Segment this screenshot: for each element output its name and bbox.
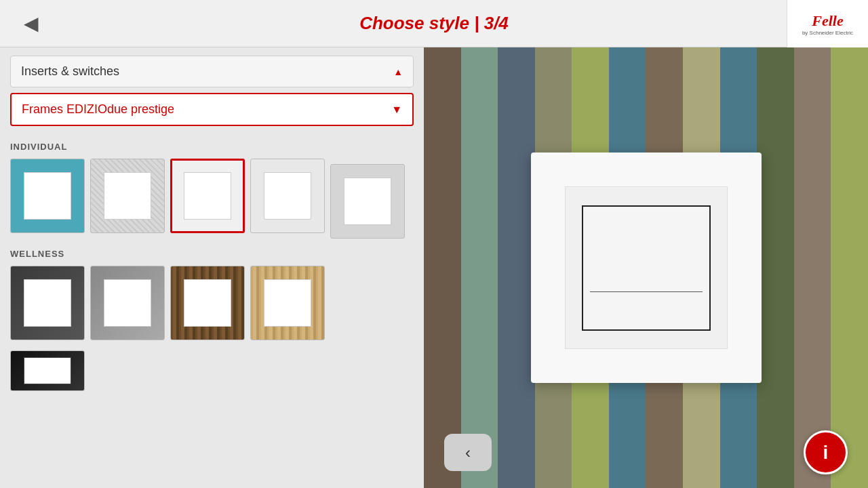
tile-dark-stone[interactable] [10, 266, 85, 340]
style-scroll-area[interactable]: INDIVIDUAL WELLNESS [0, 131, 424, 488]
tile-light-gray-inner [344, 178, 391, 225]
info-icon: i [823, 442, 829, 464]
dropdown-secondary-arrow-icon: ▼ [391, 104, 402, 116]
page-title: Choose style | 3/4 [359, 13, 509, 34]
bottom-controls: ‹ i [424, 430, 868, 474]
tile-dark-stone-inner [24, 279, 71, 327]
individual-tiles-row [10, 159, 414, 239]
brand-logo: Felle by Schneider Electric [787, 0, 868, 47]
wallpaper-stripe [794, 47, 831, 488]
main-content: Inserts & switches ▲ Frames EDIZIOdue pr… [0, 47, 868, 488]
tile-white-plain-inner [264, 172, 311, 220]
switch-preview [531, 152, 762, 383]
tile-silver-inner [104, 172, 151, 220]
tile-wood-dark[interactable] [170, 266, 245, 340]
inserts-switches-dropdown[interactable]: Inserts & switches ▲ [10, 56, 414, 87]
dropdown-primary-label: Inserts & switches [21, 64, 119, 79]
tile-white-inner [184, 172, 231, 220]
tile-wood-dark-inner [184, 279, 231, 327]
logo-text: Felle [812, 12, 843, 30]
tile-gray-metal-inner [104, 279, 151, 327]
tile-white-selected[interactable] [170, 159, 245, 233]
tile-silver-pattern[interactable] [90, 159, 165, 233]
tile-wood-light-inner [264, 279, 311, 327]
dropdown-container: Inserts & switches ▲ Frames EDIZIOdue pr… [0, 47, 424, 131]
prev-button[interactable]: ◀ [14, 9, 49, 38]
dropdown-secondary-label: Frames EDIZIOdue prestige [22, 102, 174, 117]
switch-inner-frame [565, 186, 728, 349]
individual-section-label: INDIVIDUAL [10, 142, 414, 152]
header: ◀ Choose style | 3/4 ▶ Felle by Schneide… [0, 0, 868, 47]
info-button[interactable]: i [804, 430, 848, 474]
back-button[interactable]: ‹ [444, 434, 492, 471]
tile-black-gloss[interactable] [10, 350, 85, 391]
wallpaper-stripe [498, 47, 535, 488]
frames-edizio-dropdown[interactable]: Frames EDIZIOdue prestige ▼ [10, 93, 414, 126]
wellness-tiles-row [10, 266, 414, 340]
tile-gray-metal[interactable] [90, 266, 165, 340]
wallpaper-stripe [461, 47, 498, 488]
wellness-section-label: WELLNESS [10, 249, 414, 259]
tile-black-gloss-inner [24, 357, 71, 384]
left-panel: Inserts & switches ▲ Frames EDIZIOdue pr… [0, 47, 424, 488]
wallpaper-stripe [831, 47, 868, 488]
switch-button [582, 205, 711, 331]
back-icon: ‹ [465, 443, 471, 462]
tile-wood-light[interactable] [250, 266, 325, 340]
logo-subtext: by Schneider Electric [802, 30, 853, 36]
tile-teal-inner [24, 172, 71, 220]
wallpaper-stripe [757, 47, 794, 488]
right-panel: ‹ i [424, 47, 868, 488]
tile-light-gray[interactable] [330, 164, 405, 239]
tile-teal[interactable] [10, 159, 85, 233]
tile-white-plain[interactable] [250, 159, 325, 233]
wellness-tiles-row-2 [10, 350, 414, 391]
wallpaper-stripe [424, 47, 461, 488]
switch-button-line [590, 291, 703, 292]
switch-outer-frame [531, 152, 762, 383]
dropdown-primary-arrow-icon: ▲ [393, 66, 403, 77]
